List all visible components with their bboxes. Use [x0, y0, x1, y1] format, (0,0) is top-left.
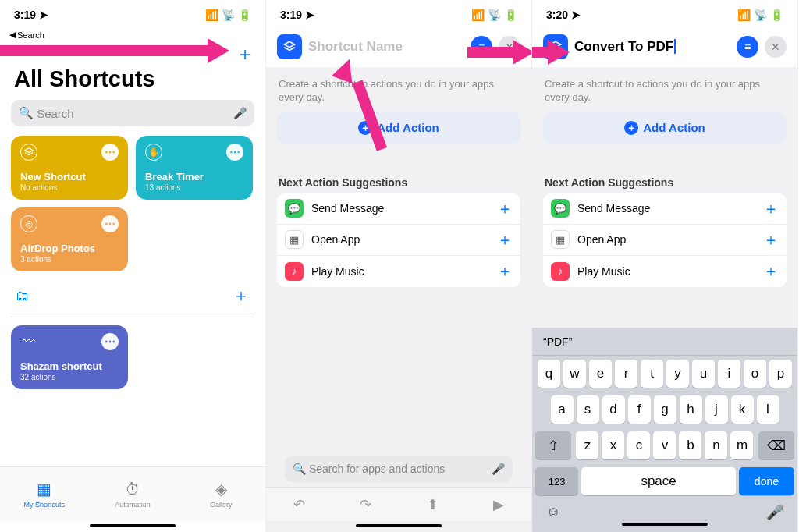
- close-button[interactable]: ✕: [765, 36, 787, 58]
- letter-key-g[interactable]: g: [654, 395, 676, 424]
- add-action-button[interactable]: ＋ Add Action: [543, 112, 787, 144]
- add-action-button[interactable]: ＋ Add Action: [277, 112, 520, 144]
- letter-key-u[interactable]: u: [692, 360, 715, 388]
- letter-key-d[interactable]: d: [602, 395, 625, 424]
- suggestion-send-message[interactable]: 💬Send Message＋: [543, 193, 787, 225]
- done-key[interactable]: done: [739, 467, 794, 495]
- shortcut-card-airdrop-photos[interactable]: ◎ ⋯ AirDrop Photos3 actions: [11, 207, 128, 271]
- shortcut-card-break-timer[interactable]: ✋ ⋯ Break Timer13 actions: [136, 136, 253, 200]
- redo-button[interactable]: ↷: [360, 496, 371, 513]
- letter-key-i[interactable]: i: [718, 360, 740, 388]
- letter-key-e[interactable]: e: [589, 360, 612, 388]
- home-indicator[interactable]: [90, 524, 176, 527]
- search-icon: 🔍: [19, 106, 34, 120]
- home-indicator[interactable]: [356, 524, 442, 527]
- folder-row: 🗂 ＋: [0, 271, 265, 312]
- letter-key-p[interactable]: p: [769, 360, 792, 388]
- letter-key-a[interactable]: a: [551, 395, 574, 424]
- add-icon[interactable]: ＋: [497, 261, 513, 282]
- add-icon[interactable]: ＋: [763, 261, 779, 282]
- emoji-key[interactable]: ☺: [546, 504, 560, 521]
- letter-key-n[interactable]: n: [705, 431, 727, 459]
- home-indicator[interactable]: [622, 523, 708, 526]
- dictate-icon[interactable]: 🎤: [492, 463, 505, 475]
- editor-toolbar: ↶ ↷ ⬆︎ ▶: [266, 487, 531, 521]
- back-to-search[interactable]: ◀ Search: [0, 30, 265, 43]
- suggestion-open-app[interactable]: ▦Open App＋: [543, 225, 787, 256]
- search-input[interactable]: 🔍 Search 🎤: [11, 100, 254, 126]
- letter-key-h[interactable]: h: [680, 395, 702, 424]
- music-icon: ♪: [551, 262, 570, 281]
- share-button[interactable]: ⬆︎: [427, 496, 439, 513]
- wifi-icon: 📡: [754, 9, 767, 21]
- letter-key-k[interactable]: k: [731, 395, 754, 424]
- tab-automation[interactable]: ⏱Automation: [88, 467, 176, 521]
- suggestion-open-app[interactable]: ▦Open App＋: [277, 225, 520, 256]
- suggestion-send-message[interactable]: 💬Send Message＋: [277, 193, 520, 225]
- letter-key-l[interactable]: l: [757, 395, 779, 424]
- undo-button[interactable]: ↶: [293, 496, 305, 513]
- letter-key-o[interactable]: o: [744, 360, 766, 388]
- gallery-icon: ◈: [215, 480, 227, 498]
- play-button[interactable]: ▶: [493, 496, 504, 513]
- shortcut-app-icon[interactable]: [277, 34, 302, 59]
- letter-key-b[interactable]: b: [679, 431, 701, 459]
- folder-icon[interactable]: 🗂: [16, 288, 30, 304]
- close-button[interactable]: ✕: [499, 36, 520, 58]
- letter-key-f[interactable]: f: [628, 395, 651, 424]
- letter-key-y[interactable]: y: [666, 360, 689, 388]
- letter-key-t[interactable]: t: [641, 360, 663, 388]
- add-icon[interactable]: ＋: [763, 229, 779, 250]
- hand-icon: ✋: [145, 144, 162, 161]
- letter-key-s[interactable]: s: [577, 395, 599, 424]
- letter-key-z[interactable]: z: [576, 431, 598, 459]
- tab-gallery[interactable]: ◈Gallery: [177, 467, 265, 521]
- letter-key-w[interactable]: w: [563, 360, 586, 388]
- add-icon[interactable]: ＋: [497, 229, 513, 250]
- dictate-icon[interactable]: 🎤: [233, 107, 247, 119]
- letter-key-r[interactable]: r: [615, 360, 637, 388]
- letter-key-j[interactable]: j: [705, 395, 728, 424]
- numbers-key[interactable]: 123: [535, 467, 578, 495]
- status-bar: 3:19➤ 📶📡🔋: [266, 0, 531, 30]
- card-more-icon[interactable]: ⋯: [101, 333, 119, 350]
- letter-key-x[interactable]: x: [602, 431, 624, 459]
- letter-key-q[interactable]: q: [538, 360, 560, 388]
- dictate-key[interactable]: 🎤: [766, 504, 783, 521]
- action-search-input[interactable]: 🔍 Search for apps and actions 🎤: [285, 456, 513, 482]
- suggestion-play-music[interactable]: ♪Play Music＋: [543, 256, 787, 287]
- card-more-icon[interactable]: ⋯: [226, 144, 243, 161]
- keyboard-row: asdfghjkl: [532, 392, 797, 427]
- shortcut-name-input[interactable]: Convert To PDF: [574, 39, 730, 55]
- waveform-icon: 〰: [20, 333, 37, 350]
- backspace-key[interactable]: ⌫: [758, 431, 794, 459]
- folder-add-button[interactable]: ＋: [233, 284, 250, 307]
- battery-icon: 🔋: [770, 9, 783, 21]
- add-icon[interactable]: ＋: [497, 198, 513, 219]
- shortcut-card-shazam[interactable]: 〰 ⋯ Shazam shortcut32 actions: [11, 325, 128, 389]
- shortcut-app-icon[interactable]: [543, 34, 568, 59]
- shortcut-card-new-shortcut[interactable]: ⋯ New ShortcutNo actions: [11, 136, 128, 200]
- plus-circle-icon: ＋: [624, 121, 638, 135]
- add-icon[interactable]: ＋: [763, 198, 779, 219]
- settings-button[interactable]: ≡: [737, 36, 758, 58]
- panel-shortcut-editor-named: 3:20➤ 📶📡🔋 Convert To PDF ≡ ✕ Create a sh…: [532, 0, 798, 532]
- suggestion-play-music[interactable]: ♪Play Music＋: [277, 256, 520, 287]
- tab-my-shortcuts[interactable]: ▦My Shortcuts: [0, 467, 88, 521]
- suggestion-list: 💬Send Message＋ ▦Open App＋ ♪Play Music＋: [543, 193, 787, 287]
- letter-key-c[interactable]: c: [627, 431, 650, 459]
- card-more-icon[interactable]: ⋯: [101, 215, 119, 232]
- card-more-icon[interactable]: ⋯: [101, 144, 119, 161]
- keyboard-suggestion[interactable]: “PDF”: [532, 328, 797, 356]
- letter-key-m[interactable]: m: [730, 431, 753, 459]
- keyboard-row: 123 space done: [532, 463, 797, 499]
- status-bar: 3:19 ➤ 📶 📡 🔋: [0, 0, 265, 30]
- new-shortcut-plus-button[interactable]: ＋: [236, 44, 254, 63]
- battery-icon: 🔋: [238, 9, 251, 21]
- editor-header: Shortcut Name ≡ ✕: [266, 30, 531, 67]
- settings-button[interactable]: ≡: [471, 36, 492, 58]
- shortcut-name-input[interactable]: Shortcut Name: [308, 39, 464, 55]
- letter-key-v[interactable]: v: [653, 431, 676, 459]
- shift-key[interactable]: ⇧: [535, 431, 571, 459]
- space-key[interactable]: space: [581, 467, 736, 495]
